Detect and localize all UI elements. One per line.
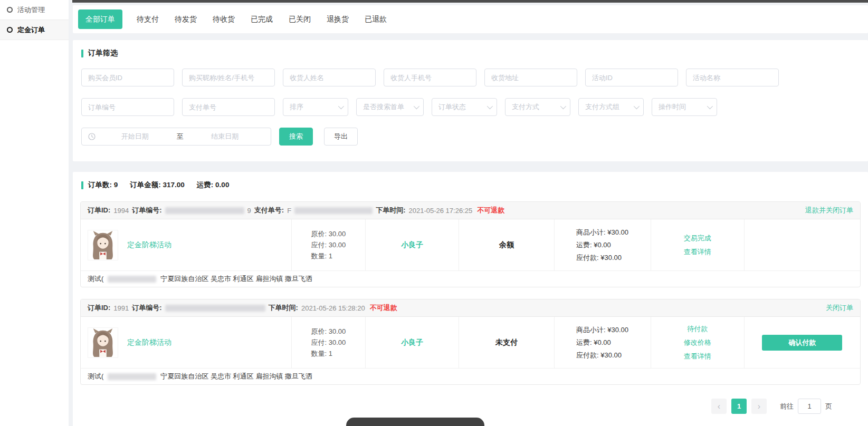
payment-no-input[interactable] bbox=[182, 98, 275, 116]
original-price: 原价: 30.00 bbox=[311, 228, 346, 239]
activity-id-input[interactable] bbox=[585, 69, 678, 86]
button-cell: 确认付款 bbox=[744, 317, 860, 368]
export-button[interactable]: 导出 bbox=[324, 128, 358, 146]
pay-method-cell: 未支付 bbox=[459, 317, 554, 368]
product-image bbox=[88, 327, 118, 358]
clock-icon bbox=[88, 133, 96, 140]
goto-page-input[interactable] bbox=[798, 399, 821, 414]
filter-title: 订单筛选 bbox=[81, 49, 860, 58]
product-cell: 定金阶梯活动 bbox=[81, 219, 291, 270]
filter-title-text: 订单筛选 bbox=[88, 49, 118, 58]
chevron-down-icon bbox=[414, 103, 419, 109]
buyer-nickname-input[interactable] bbox=[182, 69, 275, 86]
confirm-payment-button[interactable]: 确认付款 bbox=[762, 335, 842, 351]
pay-method-cell: 余额 bbox=[459, 219, 554, 270]
product-name-link[interactable]: 定金阶梯活动 bbox=[127, 338, 171, 347]
date-range-picker[interactable]: 开始日期 至 结束日期 bbox=[81, 128, 271, 146]
prev-page-icon[interactable]: ‹ bbox=[711, 399, 727, 414]
sidebar-item-deposit-orders[interactable]: 定金订单 bbox=[0, 20, 69, 40]
pay-method-select-label: 支付方式 bbox=[512, 102, 539, 112]
status-completed-link[interactable]: 交易完成 bbox=[684, 234, 711, 243]
order-amount-label: 订单金额: bbox=[130, 181, 161, 189]
pay-method-group-select-label: 支付方式组 bbox=[585, 102, 619, 112]
address-head: 测试( bbox=[88, 372, 103, 381]
order-status-select[interactable]: 订单状态 bbox=[432, 98, 497, 116]
top-scrollbar bbox=[72, 0, 868, 3]
tab-completed[interactable]: 已完成 bbox=[251, 15, 273, 24]
view-details-link[interactable]: 查看详情 bbox=[684, 352, 711, 361]
current-page-button[interactable]: 1 bbox=[731, 399, 747, 414]
tab-pending-receipt[interactable]: 待收货 bbox=[213, 15, 235, 24]
receiver-phone-input[interactable] bbox=[384, 69, 476, 86]
redacted-receiver-info bbox=[108, 276, 156, 283]
address-head: 测试( bbox=[88, 274, 103, 284]
sidebar-item-activity-management[interactable]: 活动管理 bbox=[0, 0, 69, 20]
order-id-label: 订单ID: bbox=[88, 303, 110, 313]
order-id-value: 1991 bbox=[113, 304, 129, 312]
order-no-input[interactable] bbox=[81, 98, 174, 116]
section-bar-icon bbox=[81, 181, 83, 189]
tab-all-orders[interactable]: 全部订单 bbox=[78, 9, 122, 29]
receiver-name-input[interactable] bbox=[283, 69, 376, 86]
chevron-down-icon bbox=[487, 103, 493, 109]
order-no-label: 订单编号: bbox=[132, 206, 161, 215]
pay-method-group-select[interactable]: 支付方式组 bbox=[578, 98, 644, 116]
pay-method-select[interactable]: 支付方式 bbox=[505, 98, 570, 116]
buyer-name-link[interactable]: 小良子 bbox=[401, 338, 423, 347]
tab-pending-payment[interactable]: 待支付 bbox=[137, 15, 159, 24]
modify-price-link[interactable]: 修改价格 bbox=[684, 338, 711, 347]
start-date-placeholder: 开始日期 bbox=[96, 132, 175, 141]
order-no-label: 订单编号: bbox=[132, 303, 161, 313]
order-address-row: 测试( 宁夏回族自治区 吴忠市 利通区 扁担沟镇 撒旦飞洒 bbox=[81, 368, 860, 384]
tab-refunded[interactable]: 已退款 bbox=[365, 15, 387, 24]
tab-return-exchange[interactable]: 退换货 bbox=[327, 15, 349, 24]
freight-label: 运费: bbox=[197, 181, 214, 189]
orders-panel: 订单数: 9 订单金额: 317.00 运费: 0.00 订单ID: 1994 … bbox=[73, 172, 868, 426]
order-header: 订单ID: 1994 订单编号: 9 支付单号: F 下单时间: 2021-05… bbox=[81, 202, 860, 219]
order-body: 定金阶梯活动 原价: 30.00 应付: 30.00 数量: 1 小良子 余额 bbox=[81, 219, 860, 270]
redacted-payment-number bbox=[294, 207, 373, 214]
date-separator: 至 bbox=[175, 132, 186, 141]
redacted-receiver-info bbox=[108, 373, 156, 380]
original-price: 原价: 30.00 bbox=[311, 326, 346, 337]
non-refundable-flag: 不可退款 bbox=[370, 303, 397, 313]
view-details-link[interactable]: 查看详情 bbox=[684, 247, 711, 257]
order-time-label: 下单时间: bbox=[376, 206, 405, 215]
activity-name-input[interactable] bbox=[686, 69, 779, 86]
order-amount-value: 317.00 bbox=[163, 181, 185, 189]
price-cell: 原价: 30.00 应付: 30.00 数量: 1 bbox=[291, 317, 365, 368]
receiver-address-input[interactable] bbox=[484, 69, 577, 86]
refund-and-close-order-link[interactable]: 退款并关闭订单 bbox=[805, 206, 853, 215]
amount-payable: 应付款: ¥30.00 bbox=[576, 251, 628, 264]
search-button[interactable]: 搜索 bbox=[279, 128, 313, 146]
sort-select[interactable]: 排序 bbox=[283, 98, 348, 116]
product-cell: 定金阶梯活动 bbox=[81, 317, 291, 368]
sidebar-item-label: 活动管理 bbox=[17, 5, 45, 15]
tab-closed[interactable]: 已关闭 bbox=[289, 15, 311, 24]
operation-time-select[interactable]: 操作时间 bbox=[652, 98, 717, 116]
section-bar-icon bbox=[81, 50, 83, 57]
next-page-icon[interactable]: › bbox=[751, 399, 767, 414]
tab-pending-shipment[interactable]: 待发货 bbox=[175, 15, 197, 24]
order-time-label: 下单时间: bbox=[269, 303, 298, 313]
close-order-link[interactable]: 关闭订单 bbox=[826, 303, 853, 313]
order-id-label: 订单ID: bbox=[88, 206, 110, 215]
payment-no-head: F bbox=[287, 207, 291, 215]
order-count-label: 订单数: bbox=[88, 181, 112, 189]
amounts-cell: 商品小计: ¥30.00 运费: ¥0.00 应付款: ¥30.00 bbox=[554, 317, 651, 368]
order-time-value: 2021-05-26 17:26:25 bbox=[408, 207, 472, 215]
chevron-down-icon bbox=[560, 103, 566, 109]
first-order-select[interactable]: 是否搜索首单 bbox=[356, 98, 424, 116]
order-body: 定金阶梯活动 原价: 30.00 应付: 30.00 数量: 1 小良子 未支付 bbox=[81, 317, 860, 368]
page-unit-label: 页 bbox=[825, 402, 832, 411]
buyer-member-id-input[interactable] bbox=[81, 69, 174, 86]
first-order-select-label: 是否搜索首单 bbox=[363, 102, 404, 112]
filter-row-3: 开始日期 至 结束日期 搜索 导出 bbox=[81, 128, 860, 146]
status-pending-payment-link[interactable]: 待付款 bbox=[687, 324, 708, 334]
main-content: 全部订单 待支付 待发货 待收货 已完成 已关闭 退换货 已退款 订单筛选 排序 bbox=[69, 3, 868, 426]
buyer-name-link[interactable]: 小良子 bbox=[401, 240, 423, 250]
freight: 运费: ¥0.00 bbox=[576, 239, 628, 251]
product-name-link[interactable]: 定金阶梯活动 bbox=[127, 240, 171, 250]
filter-row-1 bbox=[81, 69, 860, 86]
order-address-row: 测试( 宁夏回族自治区 吴忠市 利通区 扁担沟镇 撒旦飞洒 bbox=[81, 270, 860, 287]
